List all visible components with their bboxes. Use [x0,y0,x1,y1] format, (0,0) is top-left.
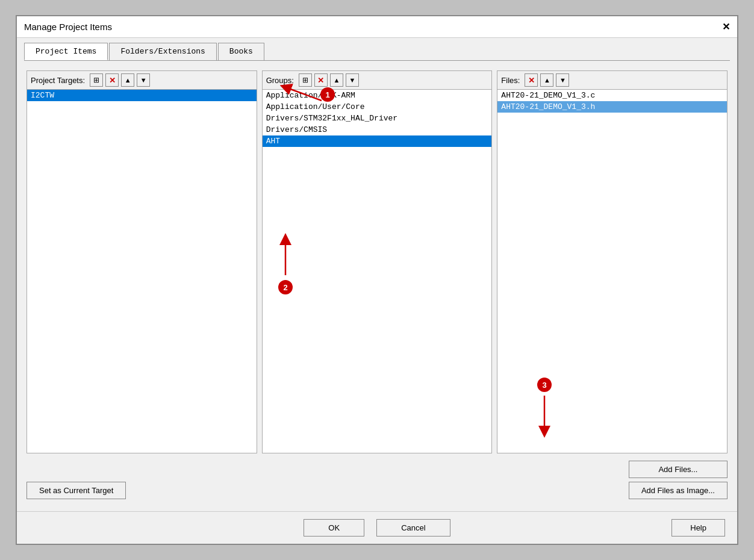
dialog-title: Manage Project Items [24,22,112,32]
list-item-selected[interactable]: AHT [263,135,492,147]
list-item[interactable]: Drivers/CMSIS [263,124,492,135]
tab-folders-extensions[interactable]: Folders/Extensions [109,43,216,60]
targets-list: I2CTW [27,90,257,453]
add-group-icon: ⊞ [302,76,308,84]
targets-delete-button[interactable]: ✕ [105,73,119,87]
list-item-selected[interactable]: AHT20-21_DEMO_V1_3.h [497,101,727,113]
main-content: 1 2 3 Project Targets: ⊞ ✕ [17,61,737,511]
groups-panel: Groups: ⊞ ✕ ▲ ▼ Application/MDK-ARM [262,70,493,453]
down-group-icon: ▼ [349,76,355,84]
add-files-as-image-button[interactable]: Add Files as Image... [629,482,728,499]
down-target-icon: ▼ [140,76,147,84]
up-file-icon: ▲ [544,76,550,84]
files-list: AHT20-21_DEMO_V1_3.c AHT20-21_DEMO_V1_3.… [497,90,727,453]
list-item[interactable]: Application/MDK-ARM [263,90,492,101]
list-item[interactable]: Application/User/Core [263,101,492,113]
delete-file-icon: ✕ [528,76,535,85]
files-label: Files: [501,76,520,85]
targets-header: Project Targets: ⊞ ✕ ▲ ▼ [27,71,257,90]
targets-up-button[interactable]: ▲ [121,73,134,87]
close-button[interactable]: ✕ [722,21,730,33]
groups-up-button[interactable]: ▲ [330,73,343,87]
up-target-icon: ▲ [125,76,131,84]
targets-add-button[interactable]: ⊞ [90,73,103,87]
files-panel: Files: ✕ ▲ ▼ AHT20-21_DEMO_V1_3.c AHT20-… [497,70,728,453]
bottom-row: Set as Current Target Add Files... Add F… [26,461,728,502]
tab-bar: Project Items Folders/Extensions Books [17,38,737,60]
files-header: Files: ✕ ▲ ▼ [497,71,727,90]
groups-list: Application/MDK-ARM Application/User/Cor… [263,90,492,453]
groups-down-button[interactable]: ▼ [346,73,359,87]
groups-header: Groups: ⊞ ✕ ▲ ▼ [263,71,492,90]
bottom-right: Add Files... Add Files as Image... [629,461,728,499]
cancel-button[interactable]: Cancel [376,519,450,537]
set-current-target-button[interactable]: Set as Current Target [26,482,126,499]
list-item[interactable]: AHT20-21_DEMO_V1_3.c [497,90,727,101]
delete-group-icon: ✕ [317,76,324,85]
ok-button[interactable]: OK [304,519,364,537]
files-delete-button[interactable]: ✕ [525,73,538,87]
tab-books[interactable]: Books [218,43,264,60]
targets-label: Project Targets: [31,76,85,85]
list-item[interactable]: Drivers/STM32F1xx_HAL_Driver [263,113,492,124]
groups-label: Groups: [266,76,294,85]
groups-add-button[interactable]: ⊞ [299,73,312,87]
panels-row: 1 2 3 Project Targets: ⊞ ✕ [26,70,728,453]
files-down-button[interactable]: ▼ [556,73,569,87]
tab-project-items[interactable]: Project Items [24,43,108,60]
files-up-button[interactable]: ▲ [540,73,553,87]
targets-down-button[interactable]: ▼ [137,73,150,87]
list-item[interactable]: I2CTW [27,90,257,101]
title-bar: Manage Project Items ✕ [17,16,737,38]
bottom-left: Set as Current Target [26,482,126,499]
add-target-icon: ⊞ [93,76,99,84]
delete-target-icon: ✕ [109,76,116,85]
help-button[interactable]: Help [671,519,725,537]
groups-delete-button[interactable]: ✕ [314,73,328,87]
manage-project-items-dialog: Manage Project Items ✕ Project Items Fol… [16,15,738,545]
add-files-button[interactable]: Add Files... [629,461,728,478]
footer: OK Cancel Help [17,511,737,544]
project-targets-panel: Project Targets: ⊞ ✕ ▲ ▼ I2CTW [26,70,257,453]
down-file-icon: ▼ [559,76,566,84]
up-group-icon: ▲ [333,76,340,84]
